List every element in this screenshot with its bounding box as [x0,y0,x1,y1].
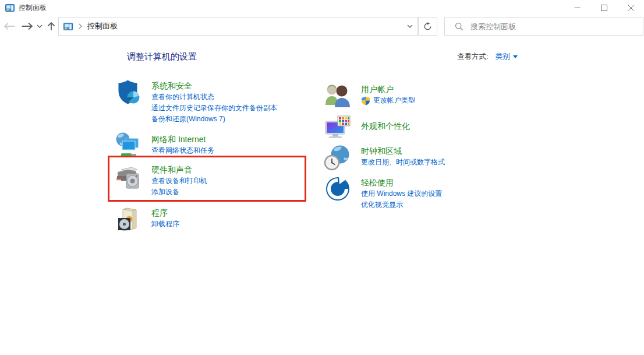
view-by-dropdown[interactable]: 类别 [495,52,518,62]
category-text: 轻松使用使用 Windows 建议的设置优化视觉显示 [361,175,442,210]
category-item-system-security: 系统和安全查看你的计算机状态通过文件历史记录保存你的文件备份副本备份和还原(Wi… [114,78,306,125]
maximize-button[interactable] [590,0,617,15]
category-item-programs: 程序卸载程序 [114,205,306,233]
address-bar[interactable]: 控制面板 [58,17,418,36]
address-dropdown-button[interactable] [402,17,417,35]
category-column-left: 系统和安全查看你的计算机状态通过文件历史记录保存你的文件备份副本备份和还原(Wi… [114,78,306,233]
hardware-sound-icon[interactable] [114,162,142,190]
category-link-label: 卸载程序 [151,219,179,230]
view-by-control: 查看方式: 类别 [457,52,518,62]
ease-of-access-icon[interactable] [324,175,352,203]
breadcrumb[interactable]: 控制面板 [87,21,118,31]
programs-icon[interactable] [114,205,142,233]
maximize-icon [601,5,607,11]
refresh-icon [423,22,432,31]
user-accounts-icon[interactable] [324,82,352,110]
category-item-ease-of-access: 轻松使用使用 Windows 建议的设置优化视觉显示 [324,175,445,210]
category-title[interactable]: 系统和安全 [151,80,277,92]
control-panel-icon [63,23,73,30]
category-link-label: 备份和还原(Windows 7) [151,114,225,125]
category-link[interactable]: 更改日期、时间或数字格式 [361,157,445,168]
window-controls [564,0,644,15]
up-arrow-icon [47,22,56,31]
category-item-user-accounts: 用户帐户更改帐户类型 [324,82,445,110]
appearance-icon[interactable] [324,114,352,142]
category-link-label: 使用 Windows 建议的设置 [361,188,442,199]
category-text: 程序卸载程序 [151,205,179,230]
close-button[interactable] [617,0,644,15]
category-link-label: 通过文件历史记录保存你的文件备份副本 [151,103,277,114]
navigation-bar [0,16,58,36]
category-link[interactable]: 使用 Windows 建议的设置 [361,188,442,199]
page-title: 调整计算机的设置 [127,51,197,62]
security-shield-icon[interactable] [114,78,142,106]
category-title[interactable]: 时钟和区域 [361,145,445,157]
category-link-label: 优化视觉显示 [361,199,403,210]
category-text: 时钟和区域更改日期、时间或数字格式 [361,143,445,168]
refresh-button[interactable] [418,17,437,36]
category-link-label: 查看网络状态和任务 [151,145,214,156]
category-item-appearance-personalization: 外观和个性化 [324,114,445,142]
back-arrow-icon [3,22,16,30]
control-panel-icon [5,4,15,12]
back-button[interactable] [1,16,17,36]
category-link-label: 查看设备和打印机 [151,175,207,187]
category-link[interactable]: 通过文件历史记录保存你的文件备份副本 [151,103,277,114]
category-link[interactable]: 添加设备 [151,187,207,198]
category-title[interactable]: 网络和 Internet [151,133,214,145]
category-link-label: 更改日期、时间或数字格式 [361,157,445,168]
close-icon [628,5,634,11]
breadcrumb-chevron-icon[interactable] [79,23,82,29]
uac-shield-icon [361,96,370,106]
category-link[interactable]: 更改帐户类型 [361,95,415,106]
category-title[interactable]: 用户帐户 [361,83,415,95]
category-link[interactable]: 优化视觉显示 [361,199,442,210]
category-link[interactable]: 备份和还原(Windows 7) [151,114,277,125]
category-item-clock-region: 时钟和区域更改日期、时间或数字格式 [324,143,445,171]
minimize-icon [574,5,581,11]
caret-down-icon [513,55,518,58]
category-title[interactable]: 外观和个性化 [361,120,410,132]
category-title[interactable]: 硬件和声音 [151,164,207,175]
search-input[interactable] [469,22,643,31]
category-link-label: 添加设备 [151,187,179,198]
category-title[interactable]: 程序 [151,207,179,219]
category-column-right: 用户帐户更改帐户类型外观和个性化时钟和区域更改日期、时间或数字格式轻松使用使用 … [324,78,445,210]
recent-locations-button[interactable] [35,16,44,36]
category-link[interactable]: 查看你的计算机状态 [151,92,277,103]
clock-region-icon[interactable] [324,143,352,171]
category-link[interactable]: 卸载程序 [151,219,179,230]
forward-arrow-icon [21,22,33,30]
category-text: 外观和个性化 [361,114,410,132]
window-title: 控制面板 [19,3,47,13]
category-text: 用户帐户更改帐户类型 [361,82,415,106]
category-columns: 系统和安全查看你的计算机状态通过文件历史记录保存你的文件备份副本备份和还原(Wi… [114,78,445,233]
chevron-down-icon [37,24,43,28]
up-button[interactable] [44,16,58,36]
view-by-label: 查看方式: [457,52,488,62]
category-text: 网络和 Internet查看网络状态和任务 [151,132,214,156]
category-text: 系统和安全查看你的计算机状态通过文件历史记录保存你的文件备份副本备份和还原(Wi… [151,78,277,125]
category-link[interactable]: 查看网络状态和任务 [151,145,214,156]
search-box[interactable] [444,17,643,36]
category-link-label: 更改帐户类型 [373,95,415,106]
category-item-hardware-sound: 硬件和声音查看设备和打印机添加设备 [108,156,306,202]
titlebar: 控制面板 [0,0,644,14]
view-by-value: 类别 [495,52,509,62]
category-title[interactable]: 轻松使用 [361,177,442,188]
category-link-label: 查看你的计算机状态 [151,92,214,103]
forward-button[interactable] [19,16,35,36]
category-link[interactable]: 查看设备和打印机 [151,175,207,187]
category-text: 硬件和声音查看设备和打印机添加设备 [151,162,207,198]
search-icon [455,22,463,31]
minimize-button[interactable] [564,0,590,15]
chevron-down-icon [407,24,413,28]
